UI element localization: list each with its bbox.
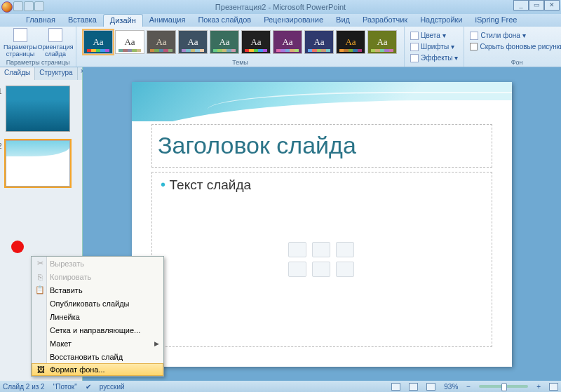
bg-styles-icon bbox=[470, 32, 478, 40]
chart-icon[interactable] bbox=[312, 242, 330, 257]
ctx-icon: ⎘ bbox=[34, 271, 46, 283]
theme-swatch-4[interactable]: Aa bbox=[210, 30, 239, 54]
ribbon-tab-1[interactable]: Вставка bbox=[62, 14, 103, 27]
theme-swatch-1[interactable]: Aa bbox=[115, 30, 144, 54]
ctx-item-0: ✂Вырезать bbox=[32, 257, 163, 270]
annotation-dot bbox=[11, 241, 24, 253]
zoom-out-icon[interactable]: − bbox=[466, 383, 471, 391]
quick-access-toolbar bbox=[1, 1, 44, 13]
picture-icon[interactable] bbox=[288, 262, 306, 277]
effects-icon bbox=[410, 54, 419, 62]
window-controls: _ ▭ ✕ bbox=[513, 0, 560, 11]
group-label: Параметры страницы bbox=[0, 59, 76, 66]
ribbon-tab-5[interactable]: Рецензирование bbox=[257, 14, 330, 27]
checkbox-icon bbox=[470, 43, 478, 50]
ctx-item-6[interactable]: Макет▶ bbox=[32, 337, 163, 350]
ribbon-tab-9[interactable]: iSpring Free bbox=[469, 14, 524, 27]
ribbon-tab-4[interactable]: Показ слайдов bbox=[191, 14, 257, 27]
zoom-level[interactable]: 93% bbox=[444, 383, 458, 391]
view-sorter-icon[interactable] bbox=[409, 383, 418, 391]
ctx-icon bbox=[34, 351, 46, 363]
ribbon-tab-3[interactable]: Анимация bbox=[143, 14, 192, 27]
theme-colors-button[interactable]: Цвета ▾ bbox=[410, 30, 458, 41]
theme-swatch-3[interactable]: Aa bbox=[178, 30, 208, 54]
minimize-button[interactable]: _ bbox=[513, 0, 529, 11]
zoom-in-icon[interactable]: + bbox=[536, 383, 541, 391]
ctx-item-8[interactable]: 🖼Формат фона... bbox=[32, 363, 163, 376]
theme-swatch-8[interactable]: Aa bbox=[336, 30, 365, 54]
close-button[interactable]: ✕ bbox=[544, 0, 560, 11]
zoom-slider[interactable] bbox=[479, 385, 528, 388]
status-bar: Слайд 2 из 2 "Поток" ✔ русский 93% − + bbox=[0, 381, 561, 392]
language-label[interactable]: русский bbox=[100, 383, 125, 391]
ribbon-tab-0[interactable]: Главная bbox=[20, 14, 62, 27]
qat-save-icon[interactable] bbox=[13, 1, 23, 11]
qat-undo-icon[interactable] bbox=[24, 1, 34, 11]
group-label: Темы bbox=[76, 59, 404, 66]
theme-swatch-7[interactable]: Aa bbox=[304, 30, 334, 54]
theme-fonts-button[interactable]: Шрифты ▾ bbox=[410, 41, 458, 52]
ribbon-group-page: Параметры страницы Ориентация слайда Пар… bbox=[0, 27, 76, 67]
ctx-item-3[interactable]: Опубликовать слайды bbox=[32, 297, 163, 310]
content-placeholder-icons bbox=[288, 242, 356, 277]
theme-swatch-6[interactable]: Aa bbox=[273, 30, 302, 54]
office-orb-icon[interactable] bbox=[1, 1, 13, 13]
view-slideshow-icon[interactable] bbox=[426, 383, 435, 391]
slide-thumb-2[interactable]: 2 bbox=[6, 140, 70, 187]
orientation-button[interactable]: Ориентация слайда bbox=[38, 28, 73, 58]
ctx-item-4[interactable]: Линейка bbox=[32, 310, 163, 323]
theme-swatch-5[interactable]: Aa bbox=[241, 30, 271, 54]
ctx-icon: ✂ bbox=[34, 258, 46, 269]
window-title: Презентация2 - Microsoft PowerPoint bbox=[215, 3, 346, 11]
fonts-icon bbox=[410, 43, 419, 51]
theme-swatch-9[interactable]: Aa bbox=[367, 30, 397, 54]
group-label: Фон bbox=[464, 59, 561, 66]
ctx-item-2[interactable]: 📋Вставить bbox=[32, 283, 163, 297]
slide-counter: Слайд 2 из 2 bbox=[3, 383, 45, 391]
colors-icon bbox=[410, 32, 419, 40]
ribbon-tab-6[interactable]: Вид bbox=[330, 14, 356, 27]
ctx-item-7[interactable]: Восстановить слайд bbox=[32, 350, 163, 363]
clipart-icon[interactable] bbox=[312, 262, 330, 277]
slide-thumbnails: 1 2 bbox=[0, 80, 82, 192]
ribbon-group-background: Стили фона ▾ Скрыть фоновые рисунки Фон bbox=[464, 27, 561, 67]
table-icon[interactable] bbox=[288, 242, 306, 257]
slide-decoration bbox=[132, 82, 512, 121]
ctx-icon bbox=[34, 311, 46, 323]
ctx-icon: 🖼 bbox=[35, 364, 46, 375]
tab-outline[interactable]: Структура bbox=[35, 67, 77, 80]
orientation-icon bbox=[48, 28, 62, 42]
context-menu: ✂Вырезать⎘Копировать📋ВставитьОпубликоват… bbox=[31, 256, 164, 377]
ribbon-tab-7[interactable]: Разработчик bbox=[356, 14, 414, 27]
theme-effects-button[interactable]: Эффекты ▾ bbox=[410, 53, 458, 63]
slide-canvas: Заголовок слайда Текст слайда bbox=[132, 82, 512, 367]
ctx-icon: 📋 bbox=[34, 285, 46, 296]
qat-redo-icon[interactable] bbox=[34, 1, 44, 11]
ctx-item-5[interactable]: Сетка и направляющие... bbox=[32, 323, 163, 337]
view-normal-icon[interactable] bbox=[391, 383, 400, 391]
smartart-icon[interactable] bbox=[336, 242, 354, 257]
ctx-icon bbox=[34, 325, 46, 336]
media-icon[interactable] bbox=[336, 262, 354, 277]
ribbon-tab-8[interactable]: Надстройки bbox=[414, 14, 468, 27]
theme-name: "Поток" bbox=[53, 383, 77, 391]
hide-bg-checkbox[interactable]: Скрыть фоновые рисунки bbox=[470, 41, 561, 52]
fit-window-icon[interactable] bbox=[549, 383, 558, 391]
spellcheck-icon[interactable]: ✔ bbox=[86, 383, 91, 391]
ribbon: Параметры страницы Ориентация слайда Пар… bbox=[0, 27, 561, 67]
title-placeholder[interactable]: Заголовок слайда bbox=[151, 124, 492, 168]
maximize-button[interactable]: ▭ bbox=[529, 0, 544, 11]
title-bar: Презентация2 - Microsoft PowerPoint _ ▭ … bbox=[0, 0, 561, 14]
theme-swatch-0[interactable]: Aa bbox=[83, 30, 113, 54]
page-setup-icon bbox=[13, 28, 27, 42]
page-params-button[interactable]: Параметры страницы bbox=[3, 28, 38, 58]
ctx-item-1: ⎘Копировать bbox=[32, 270, 163, 283]
slide-thumb-1[interactable]: 1 bbox=[6, 86, 70, 132]
tab-slides[interactable]: Слайды bbox=[0, 67, 35, 80]
background-styles-button[interactable]: Стили фона ▾ bbox=[470, 30, 561, 41]
ribbon-tab-2[interactable]: Дизайн bbox=[103, 14, 143, 27]
ribbon-tabs: ГлавнаяВставкаДизайнАнимацияПоказ слайдо… bbox=[0, 14, 561, 27]
ribbon-group-theme-options: Цвета ▾ Шрифты ▾ Эффекты ▾ bbox=[405, 27, 464, 67]
theme-swatch-2[interactable]: Aa bbox=[147, 30, 176, 54]
body-placeholder[interactable]: Текст слайда bbox=[151, 172, 492, 347]
